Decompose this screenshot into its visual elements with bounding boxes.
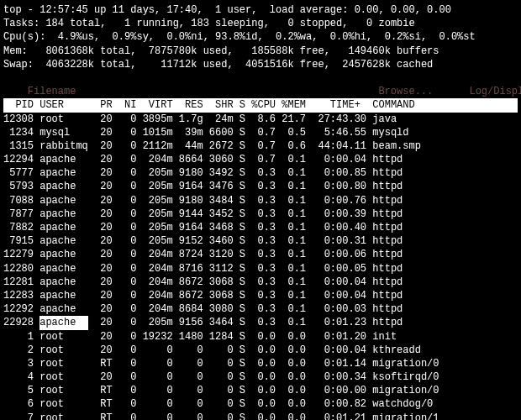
process-row: 3 root RT 0 0 0 0 S 0.0 0.0 0:01.14 migr… — [3, 357, 518, 370]
process-list: 12308 root 20 0 3895m 1.7g 24m S 8.6 21.… — [3, 113, 518, 421]
highlighted-user: apache — [39, 316, 88, 329]
process-row: 12279 apache 20 0 204m 8724 3120 S 0.3 0… — [3, 248, 518, 261]
ghost-filename: Filename — [15, 86, 76, 97]
top-uptime-line: top - 12:57:45 up 11 days, 17:40, 1 user… — [3, 3, 518, 17]
process-row: 1 root 20 0 19232 1480 1284 S 0.0 0.0 0:… — [3, 330, 518, 344]
tasks-line: Tasks: 184 total, 1 running, 183 sleepin… — [3, 17, 518, 30]
ghost-browse: Browse... — [378, 86, 433, 97]
process-row: 12280 apache 20 0 204m 8716 3112 S 0.3 0… — [3, 262, 518, 276]
swap-line: Swap: 4063228k total, 11712k used, 40515… — [3, 58, 518, 71]
process-row: 12283 apache 20 0 204m 8672 3068 S 0.3 0… — [3, 289, 518, 302]
process-row: 5793 apache 20 0 205m 9164 3476 S 0.3 0.… — [3, 180, 518, 193]
process-row: 1234 mysql 20 0 1015m 39m 6600 S 0.7 0.5… — [3, 126, 518, 139]
ghost-toolbar: FilenameBrowse... Log/Display — [3, 71, 518, 98]
process-row: 1315 rabbitmq 20 0 2112m 44m 2672 S 0.7 … — [3, 139, 518, 153]
process-row: 7 root RT 0 0 0 0 S 0.0 0.0 0:01.21 migr… — [3, 412, 518, 420]
process-row: 12281 apache 20 0 204m 8672 3068 S 0.3 0… — [3, 276, 518, 289]
process-row: 12308 root 20 0 3895m 1.7g 24m S 8.6 21.… — [3, 113, 518, 126]
process-row: 7915 apache 20 0 205m 9152 3460 S 0.3 0.… — [3, 234, 518, 248]
mem-line: Mem: 8061368k total, 7875780k used, 1855… — [3, 45, 518, 58]
ghost-log: Log/Display — [469, 86, 521, 97]
process-row: 22928 apache 20 0 205m 9156 3464 S 0.3 0… — [3, 316, 518, 329]
process-row: 5 root RT 0 0 0 0 S 0.0 0.0 0:00.00 migr… — [3, 384, 518, 397]
process-row: 12292 apache 20 0 204m 8684 3080 S 0.3 0… — [3, 302, 518, 316]
process-row: 7877 apache 20 0 205m 9144 3452 S 0.3 0.… — [3, 207, 518, 221]
process-row: 6 root RT 0 0 0 0 S 0.0 0.0 0:00.82 watc… — [3, 397, 518, 411]
process-row: 4 root 20 0 0 0 0 S 0.0 0.0 0:00.34 ksof… — [3, 370, 518, 384]
process-row: 5777 apache 20 0 205m 9180 3492 S 0.3 0.… — [3, 166, 518, 180]
cpu-line: Cpu(s): 4.9%us, 0.9%sy, 0.0%ni, 93.8%id,… — [3, 30, 518, 44]
process-row: 7882 apache 20 0 205m 9164 3468 S 0.3 0.… — [3, 221, 518, 234]
process-row: 7088 apache 20 0 205m 9180 3484 S 0.3 0.… — [3, 194, 518, 207]
process-table-header: PID USER PR NI VIRT RES SHR S %CPU %MEM … — [3, 98, 518, 112]
process-row: 2 root 20 0 0 0 0 S 0.0 0.0 0:00.04 kthr… — [3, 344, 518, 357]
process-row: 12294 apache 20 0 204m 8664 3060 S 0.7 0… — [3, 153, 518, 166]
